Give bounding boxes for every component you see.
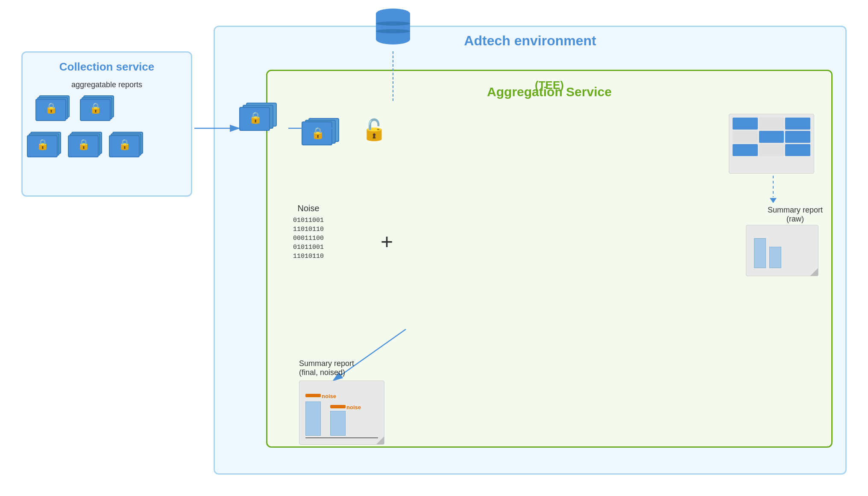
mosaic-cell-7 [733,144,758,156]
summary-report-final-section: Summary report (final, noised) noise [299,359,384,445]
report-card-5: 🔒 [109,132,143,158]
arrow-to-summary-raw [770,176,777,203]
mosaic-cell-2 [759,118,784,130]
report-row-2: 🔒 🔒 🔒 [27,132,143,158]
mosaic-cell-3 [785,118,810,130]
raw-bar-chart-card [746,225,818,276]
bar-2 [769,247,781,268]
report-card-4: 🔒 [68,132,102,158]
final-bar-2 [330,411,346,436]
noise-label: Noise [293,204,324,213]
mosaic-cell-5 [759,131,784,143]
raw-bar-chart [751,235,785,272]
aggregatable-reports-label: aggregatable reports [71,80,142,89]
collection-service-box: Collection service aggregatable reports … [21,51,192,197]
database-icon [376,9,410,44]
noise-label-1: noise [322,393,336,399]
unlocked-lock-icon: 🔓 [361,118,387,142]
report-card-1: 🔒 [35,95,70,122]
mosaic-cell-8 [759,144,784,156]
final-bar-1 [305,402,321,436]
noise-label-2: noise [346,404,361,410]
summary-raw-title: Summary report [768,206,823,215]
lock-icon-aggregation-input: 🔒 [311,127,325,140]
summary-report-raw-card [729,114,814,174]
collection-service-title: Collection service [59,60,155,74]
noise-binary: 01011001 11010110 00011100 01011001 1101… [293,216,324,261]
summary-final-label: Summary report (final, noised) [299,359,384,377]
final-summary-card: noise noise [299,381,384,445]
report-row-1: 🔒 🔒 [35,95,114,122]
bar-1 [754,238,766,268]
report-card-2: 🔒 [80,95,114,122]
mosaic-cell-9 [785,144,810,156]
report-card-3: 🔒 [27,132,61,158]
chart-baseline [305,437,378,438]
noise-section: Noise 01011001 11010110 00011100 0101100… [293,204,324,261]
adtech-env-label: Adtech environment [464,33,596,49]
summary-raw-subtitle: (raw) [768,215,823,224]
plus-symbol: + [381,229,393,254]
summary-report-raw-label: Summary report (raw) [768,206,823,224]
mosaic-cell-6 [785,131,810,143]
mosaic-card [729,114,814,174]
aggregation-service-title: Aggregation Service [487,85,612,99]
middle-batch-reports: 🔒 [239,103,282,137]
mosaic-cell-4 [733,131,758,143]
mosaic-cell-1 [733,118,758,130]
aggregation-input-reports: 🔒 [302,118,344,152]
final-bar-chart: noise noise [305,402,378,436]
noise-bar-indicator-1 [305,394,321,397]
mosaic-grid [733,118,810,156]
noise-bar-indicator-2 [330,405,346,408]
summary-raw-chart-card [746,225,818,276]
lock-open-icon: 🔓 [361,118,387,141]
main-container: Adtech environment Aggregation Service (… [9,9,859,487]
